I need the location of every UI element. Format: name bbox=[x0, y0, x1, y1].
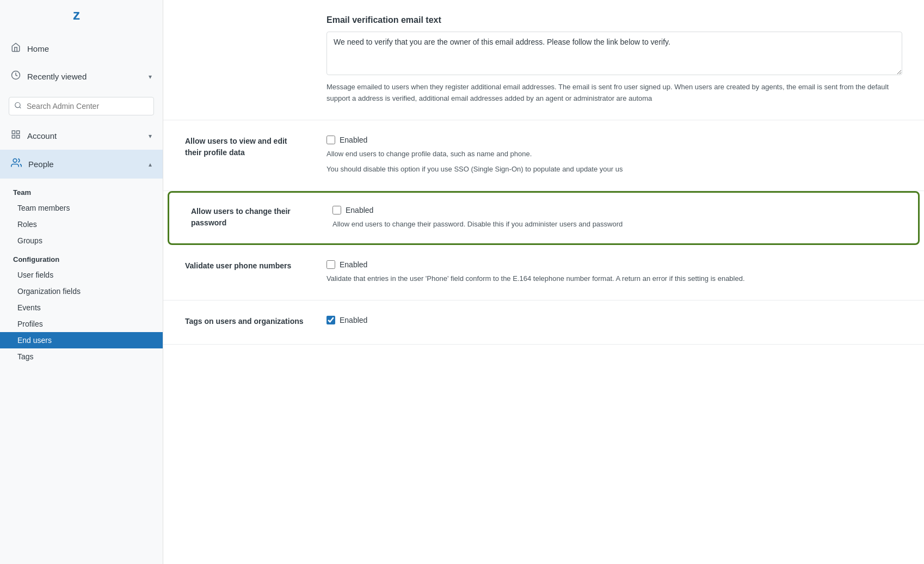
validate-phone-description: Validate that entries in the user 'Phone… bbox=[327, 273, 902, 285]
tags-on-orgs-checkbox[interactable] bbox=[327, 316, 335, 324]
team-section-title: Team bbox=[0, 185, 163, 200]
allow-change-password-enabled-label: Enabled bbox=[346, 206, 373, 214]
tags-on-orgs-control: Enabled bbox=[327, 316, 902, 329]
search-container bbox=[0, 93, 163, 120]
sidebar-item-tags[interactable]: Tags bbox=[0, 348, 163, 365]
allow-change-password-checkbox[interactable] bbox=[332, 206, 341, 214]
allow-view-edit-row: Allow users to view and edit their profi… bbox=[163, 120, 924, 192]
validate-phone-label: Validate user phone numbers bbox=[185, 260, 305, 272]
allow-change-password-description: Allow end users to change their password… bbox=[332, 219, 896, 230]
allow-view-edit-checkbox-row: Enabled bbox=[327, 136, 902, 144]
people-chevron: ▴ bbox=[149, 161, 152, 168]
sidebar-item-groups[interactable]: Groups bbox=[0, 232, 163, 249]
tags-on-orgs-enabled-label: Enabled bbox=[340, 316, 367, 324]
recently-viewed-label: Recently viewed bbox=[27, 72, 142, 81]
validate-phone-checkbox[interactable] bbox=[327, 260, 335, 269]
svg-point-2 bbox=[15, 102, 20, 107]
svg-rect-6 bbox=[17, 136, 20, 138]
account-icon bbox=[11, 130, 21, 142]
allow-view-edit-desc2: You should disable this option if you us… bbox=[327, 164, 902, 175]
search-icon bbox=[14, 102, 22, 111]
email-verification-control: Email verification email text Message em… bbox=[327, 15, 902, 105]
sidebar-item-end-users[interactable]: End users bbox=[0, 332, 163, 348]
tags-on-orgs-row: Tags on users and organizations Enabled bbox=[163, 301, 924, 345]
allow-view-edit-checkbox[interactable] bbox=[327, 136, 335, 144]
sidebar-logo: z bbox=[0, 0, 163, 35]
sidebar-item-team-members[interactable]: Team members bbox=[0, 200, 163, 216]
sidebar-item-roles[interactable]: Roles bbox=[0, 216, 163, 232]
allow-change-password-checkbox-row: Enabled bbox=[332, 206, 896, 214]
home-icon bbox=[11, 42, 21, 55]
allow-view-edit-desc1: Allow end users to change profile data, … bbox=[327, 149, 902, 160]
sidebar-item-user-fields[interactable]: User fields bbox=[0, 267, 163, 283]
zendesk-logo-icon: z bbox=[71, 4, 93, 30]
sidebar-item-account[interactable]: Account ▾ bbox=[0, 122, 163, 150]
validate-phone-checkbox-row: Enabled bbox=[327, 260, 902, 269]
validate-phone-row: Validate user phone numbers Enabled Vali… bbox=[163, 245, 924, 301]
sidebar: z Home Recently viewed ▾ Account ▾ bbox=[0, 0, 163, 564]
recently-viewed-chevron: ▾ bbox=[149, 73, 152, 81]
allow-change-password-label: Allow users to change their password bbox=[191, 206, 311, 229]
allow-view-edit-label: Allow users to view and edit their profi… bbox=[185, 136, 305, 158]
people-label: People bbox=[28, 160, 142, 169]
sidebar-item-events[interactable]: Events bbox=[0, 299, 163, 316]
people-icon bbox=[11, 157, 22, 171]
clock-icon bbox=[11, 70, 21, 83]
sidebar-item-recently-viewed[interactable]: Recently viewed ▾ bbox=[0, 63, 163, 90]
email-verification-title: Email verification email text bbox=[327, 15, 902, 25]
allow-change-password-control: Enabled Allow end users to change their … bbox=[332, 206, 896, 230]
svg-rect-7 bbox=[12, 136, 15, 138]
people-subsection: Team Team members Roles Groups Configura… bbox=[0, 179, 163, 367]
sidebar-item-people[interactable]: People ▴ bbox=[0, 150, 163, 179]
config-section-title: Configuration bbox=[0, 249, 163, 267]
email-verification-description: Message emailed to users when they regis… bbox=[327, 82, 902, 105]
allow-view-edit-control: Enabled Allow end users to change profil… bbox=[327, 136, 902, 176]
tags-on-orgs-label: Tags on users and organizations bbox=[185, 316, 305, 327]
tags-on-orgs-checkbox-row: Enabled bbox=[327, 316, 902, 324]
account-chevron: ▾ bbox=[149, 132, 152, 140]
search-input[interactable] bbox=[9, 97, 154, 115]
sidebar-item-home[interactable]: Home bbox=[0, 35, 163, 63]
svg-point-8 bbox=[13, 159, 17, 163]
sidebar-item-profiles[interactable]: Profiles bbox=[0, 316, 163, 332]
account-label: Account bbox=[27, 131, 142, 140]
main-content: Email verification email text Message em… bbox=[163, 0, 924, 564]
sidebar-item-organization-fields[interactable]: Organization fields bbox=[0, 283, 163, 299]
svg-rect-4 bbox=[12, 131, 15, 133]
allow-view-edit-enabled-label: Enabled bbox=[340, 136, 367, 144]
svg-rect-5 bbox=[17, 131, 20, 133]
email-verification-textarea[interactable] bbox=[327, 32, 902, 75]
validate-phone-enabled-label: Enabled bbox=[340, 260, 367, 269]
home-label: Home bbox=[27, 44, 152, 53]
svg-line-3 bbox=[20, 107, 21, 108]
validate-phone-control: Enabled Validate that entries in the use… bbox=[327, 260, 902, 285]
allow-change-password-row: Allow users to change their password Ena… bbox=[168, 191, 920, 245]
svg-text:z: z bbox=[73, 7, 80, 23]
email-verification-row: Email verification email text Message em… bbox=[163, 0, 924, 120]
